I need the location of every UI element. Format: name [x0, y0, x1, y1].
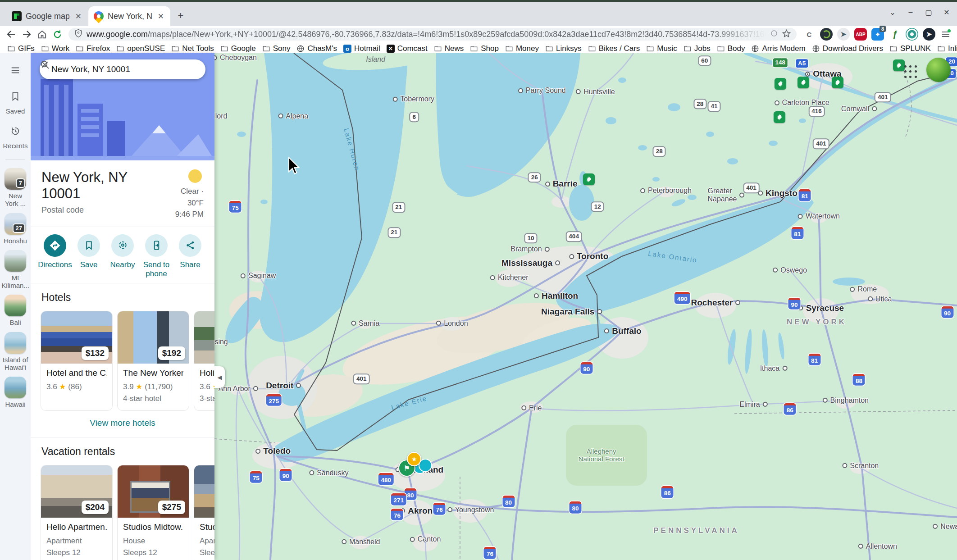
price-badge: $204: [82, 501, 109, 514]
page-action-icon[interactable]: [770, 29, 778, 39]
rental-card[interactable]: $204Hello Apartmen...ApartmentSleeps 12: [41, 465, 113, 560]
bookmark-item[interactable]: Firefox: [73, 43, 113, 54]
city-dot: [214, 55, 217, 60]
hotel-card[interactable]: $192The New Yorker...3.9 ★ (11,790)4-sta…: [117, 311, 189, 411]
recent-place[interactable]: 27Honshu: [1, 213, 29, 245]
forest-label: Allegheny National Forest: [579, 447, 624, 463]
send-button[interactable]: Send to phone: [140, 234, 173, 279]
extension-dark-circle[interactable]: [820, 28, 833, 41]
bookmark-item[interactable]: Net Tools: [169, 43, 217, 54]
reload-button[interactable]: [50, 27, 64, 41]
bookmark-star-icon[interactable]: [782, 29, 791, 40]
back-button[interactable]: [5, 27, 18, 41]
bookmark-item[interactable]: Linksys: [542, 43, 584, 54]
bookmark-label: Download Drivers: [823, 44, 883, 53]
bookmark-item[interactable]: Shop: [467, 43, 501, 54]
hotel-card[interactable]: Holida3.6 ★ 3-star: [194, 311, 214, 411]
home-button[interactable]: [35, 27, 49, 41]
route-shield: 81: [791, 227, 803, 239]
bookmark-label: Net Tools: [182, 44, 214, 53]
search-input[interactable]: [50, 64, 166, 75]
provincial-park-marker[interactable]: [583, 173, 595, 185]
saved-icon[interactable]: [5, 87, 25, 105]
recent-place[interactable]: Hawaii: [1, 377, 29, 408]
bookmark-item[interactable]: Sony: [260, 43, 293, 54]
maximize-button[interactable]: ▢: [923, 6, 934, 18]
search-box[interactable]: [40, 59, 205, 79]
extension-c[interactable]: C: [803, 28, 816, 41]
extension-pin[interactable]: ➤: [837, 28, 850, 41]
address-bar[interactable]: www.google.com/maps/place/New+York,+NY+1…: [68, 28, 797, 41]
recent-place[interactable]: Island of Hawai'i: [1, 332, 29, 372]
tab-close-icon[interactable]: ✕: [73, 11, 83, 22]
extension-ghost[interactable]: ⌖8: [871, 28, 884, 41]
city-dot: [782, 366, 787, 371]
minimize-button[interactable]: –: [905, 6, 916, 18]
forward-button[interactable]: [20, 27, 33, 41]
bookmark-item[interactable]: oHotmail: [341, 43, 383, 54]
bookmark-item[interactable]: Jobs: [681, 43, 713, 54]
bookmark-item[interactable]: Money: [502, 43, 542, 54]
extension-target[interactable]: [906, 28, 918, 41]
bookmark-item[interactable]: Arris Modem: [748, 43, 808, 54]
action-label: Directions: [38, 260, 72, 269]
rental-card[interactable]: $275Studios Midtow...HouseSleeps 12: [117, 465, 189, 560]
recents-icon[interactable]: [5, 122, 25, 140]
hotel-card[interactable]: $132Hotel and the C...3.6 ★ (86): [41, 311, 113, 411]
provincial-park-marker[interactable]: [798, 77, 809, 88]
provincial-park-marker[interactable]: [775, 78, 786, 90]
tab[interactable]: New York, NY 10001 - Goo✕: [88, 6, 170, 26]
view-more-hotels-link[interactable]: View more hotels: [31, 411, 214, 434]
bookmark-label: GIFs: [18, 44, 35, 53]
city-dot: [604, 328, 609, 333]
bookmark-item[interactable]: Music: [643, 43, 679, 54]
directions-button[interactable]: Directions: [39, 234, 71, 279]
tab-search-button[interactable]: ⌄: [887, 6, 898, 18]
bookmark-item[interactable]: Work: [38, 43, 72, 54]
bookmark-item[interactable]: ✕Comcast: [384, 43, 430, 54]
new-tab-button[interactable]: +: [174, 9, 187, 23]
extension-script[interactable]: ƒ: [889, 28, 901, 41]
starred-place-marker[interactable]: ★: [407, 452, 421, 466]
save-button[interactable]: Save: [73, 234, 105, 279]
bookmark-item[interactable]: GIFs: [5, 43, 37, 54]
nearby-button[interactable]: Nearby: [106, 234, 139, 279]
provincial-park-marker[interactable]: [832, 77, 843, 88]
tab-close-icon[interactable]: ✕: [156, 11, 166, 22]
map-label: Niagara Falls: [541, 307, 602, 317]
recent-place[interactable]: Mt Kiliman...: [1, 250, 29, 290]
recent-place[interactable]: 7New York ...: [1, 168, 29, 208]
browser-toolbar: www.google.com/maps/place/New+York,+NY+1…: [0, 26, 957, 42]
share-button[interactable]: Share: [174, 234, 206, 279]
bookmark-item[interactable]: SPLUNK: [887, 43, 934, 54]
action-label: Nearby: [110, 260, 135, 269]
tab[interactable]: Google maps no longer sh✕: [6, 6, 88, 26]
provincial-park-marker[interactable]: [774, 111, 785, 123]
rentals-section: Vacation rentals $204Hello Apartmen...Ap…: [31, 437, 214, 560]
collapse-panel-button[interactable]: ◀: [214, 366, 225, 388]
route-shield: 81: [808, 353, 820, 365]
bookmark-item[interactable]: Google: [218, 43, 259, 54]
extension-cursor[interactable]: ➤: [923, 28, 935, 41]
bookmark-item[interactable]: Download Drivers: [809, 43, 886, 54]
bookmark-item[interactable]: ChasM's: [294, 43, 340, 54]
recent-place[interactable]: Bali: [1, 295, 29, 326]
account-avatar[interactable]: [926, 58, 951, 82]
saved-label: Saved: [6, 107, 25, 115]
site-info-shield-icon[interactable]: [74, 29, 83, 40]
clear-search-icon[interactable]: [184, 60, 202, 78]
browser-menu-button[interactable]: [939, 27, 952, 41]
rental-card[interactable]: StudioApartmSleeps: [194, 465, 214, 560]
bookmark-item[interactable]: Bikes / Cars: [585, 43, 643, 54]
close-button[interactable]: ✕: [941, 6, 952, 18]
map-canvas[interactable]: CheboyganlordAlpenaIslandTobermoryParry …: [214, 53, 957, 560]
bookmark-item[interactable]: Inline Skating: [934, 43, 957, 54]
search-icon[interactable]: [166, 60, 184, 78]
map-label: Detroit: [266, 381, 301, 391]
bookmark-item[interactable]: News: [431, 43, 467, 54]
bookmark-item[interactable]: openSUSE: [114, 43, 168, 54]
bookmark-item[interactable]: Body: [714, 43, 748, 54]
main-menu-button[interactable]: [5, 61, 25, 79]
google-apps-grid-button[interactable]: [903, 64, 918, 79]
extension-adblock[interactable]: ABP: [854, 28, 867, 41]
